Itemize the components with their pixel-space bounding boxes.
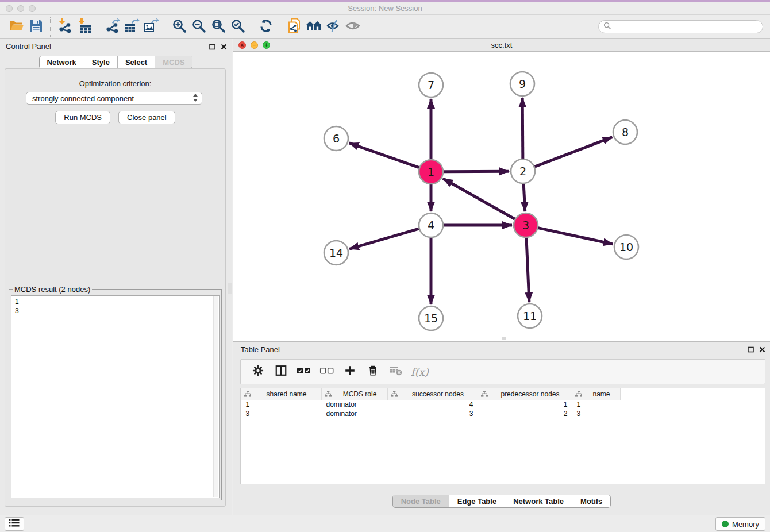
close-panel-icon[interactable] <box>221 42 227 52</box>
node-table[interactable]: shared nameMCDS rolesuccessor nodesprede… <box>240 388 765 484</box>
close-panel-button[interactable]: Close panel <box>118 111 175 124</box>
hide-panel-button[interactable] <box>324 17 343 37</box>
network-canvas[interactable]: 7968124314101511 <box>233 52 770 341</box>
save-session-button[interactable] <box>26 17 46 37</box>
graph-edge-2-9[interactable] <box>522 98 523 159</box>
graph-node-1[interactable]: 1 <box>419 160 443 184</box>
column-header-successor-nodes[interactable]: successor nodes <box>388 388 478 400</box>
delete-table-button[interactable] <box>386 361 406 382</box>
zoom-fit-button[interactable] <box>209 17 228 37</box>
close-panel-icon[interactable] <box>759 345 765 355</box>
result-scrollbar[interactable] <box>213 296 218 497</box>
table-cell[interactable]: 1 <box>478 400 572 409</box>
main-area: Control Panel Network Style Select MCDS … <box>0 39 770 515</box>
zoom-in-button[interactable] <box>170 17 189 37</box>
zoom-in-icon <box>172 18 187 36</box>
table-cell[interactable]: 3 <box>241 409 322 418</box>
svg-text:8: 8 <box>622 126 629 138</box>
mcds-panel-content: Optimization criterion: strongly connect… <box>5 68 226 507</box>
table-cell[interactable]: 1 <box>572 400 621 409</box>
table-settings-button[interactable] <box>248 361 268 382</box>
table-row[interactable]: 1dominator411 <box>241 400 621 409</box>
tab-style[interactable]: Style <box>84 56 118 68</box>
graph-node-15[interactable]: 15 <box>419 306 443 330</box>
export-network-button[interactable] <box>102 17 122 37</box>
import-network-button[interactable] <box>55 17 74 37</box>
graph-node-7[interactable]: 7 <box>419 73 443 97</box>
graph-node-2[interactable]: 2 <box>511 159 535 183</box>
home-icon <box>305 19 322 35</box>
tab-mcds[interactable]: MCDS <box>155 56 192 68</box>
tab-network[interactable]: Network <box>40 56 84 68</box>
svg-text:11: 11 <box>523 310 537 322</box>
toolbar-divider <box>50 17 51 37</box>
table-cell[interactable]: dominator <box>322 409 388 418</box>
graph-node-14[interactable]: 14 <box>324 241 348 265</box>
column-header-name[interactable]: name <box>572 388 621 400</box>
graph-edge-3-10[interactable] <box>538 228 613 244</box>
show-eye-button[interactable] <box>343 17 363 37</box>
delete-column-button[interactable] <box>363 361 383 382</box>
table-cell[interactable]: 1 <box>241 400 322 409</box>
home-button[interactable] <box>304 17 324 37</box>
graph-node-4[interactable]: 4 <box>419 213 443 237</box>
graph-edge-2-3[interactable] <box>523 184 525 211</box>
graph-edge-2-8[interactable] <box>535 137 613 167</box>
search-box[interactable] <box>598 20 763 33</box>
deselect-all-rows-button[interactable] <box>317 361 337 382</box>
graph-node-10[interactable]: 10 <box>614 235 638 259</box>
function-builder-button[interactable]: f(x) <box>411 366 429 378</box>
export-table-button[interactable] <box>122 17 141 37</box>
search-input[interactable] <box>614 23 758 31</box>
select-all-rows-button[interactable] <box>294 361 314 382</box>
graph-edge-1-2[interactable] <box>444 171 509 172</box>
task-history-button[interactable] <box>5 517 24 531</box>
optimization-criterion-select[interactable]: strongly connected component <box>26 92 202 105</box>
table-cell[interactable]: dominator <box>322 400 388 409</box>
graph-edge-1-6[interactable] <box>349 143 419 168</box>
import-table-button[interactable] <box>74 17 94 37</box>
zoom-selected-button[interactable] <box>228 17 248 37</box>
float-panel-icon[interactable] <box>748 345 754 355</box>
graph-edge-4-14[interactable] <box>349 229 419 249</box>
network-window-titlebar[interactable]: × − + scc.txt <box>233 39 770 52</box>
graph-node-11[interactable]: 11 <box>518 304 542 328</box>
tab-motifs[interactable]: Motifs <box>572 495 610 507</box>
graph-node-6[interactable]: 6 <box>324 126 348 151</box>
show-column-panel-button[interactable] <box>271 361 291 382</box>
export-image-button[interactable] <box>141 17 161 37</box>
tab-network-table[interactable]: Network Table <box>505 495 572 507</box>
column-header-predecessor-nodes[interactable]: predecessor nodes <box>478 388 572 400</box>
graph-node-9[interactable]: 9 <box>510 72 534 96</box>
export-image-icon <box>143 18 159 36</box>
run-mcds-button[interactable]: Run MCDS <box>55 111 110 124</box>
optimization-criterion-label: Optimization criterion: <box>5 79 225 88</box>
graph-node-3[interactable]: 3 <box>514 213 538 237</box>
clone-network-button[interactable] <box>284 17 304 37</box>
network-resize-grip[interactable] <box>502 337 506 340</box>
tab-node-table[interactable]: Node Table <box>393 495 449 507</box>
table-cell[interactable]: 4 <box>388 400 478 409</box>
open-file-button[interactable] <box>7 17 26 37</box>
column-header-shared-name[interactable]: shared name <box>241 388 322 400</box>
float-panel-icon[interactable] <box>209 42 215 52</box>
splitter-grip[interactable] <box>228 283 232 294</box>
graph-node-8[interactable]: 8 <box>613 120 637 144</box>
graph-edge-3-11[interactable] <box>526 238 529 302</box>
svg-text:3: 3 <box>522 219 529 232</box>
tab-edge-table[interactable]: Edge Table <box>449 495 505 507</box>
table-row[interactable]: 3dominator323 <box>241 409 621 418</box>
delete-table-icon <box>389 365 403 379</box>
graph-edge-3-1[interactable] <box>443 179 515 219</box>
mcds-result-text[interactable]: 1 3 <box>11 295 220 498</box>
toolbar-divider <box>165 17 165 37</box>
table-cell[interactable]: 3 <box>388 409 478 418</box>
add-column-button[interactable] <box>340 361 360 382</box>
table-cell[interactable]: 2 <box>478 409 572 418</box>
apply-layout-button[interactable] <box>256 17 276 37</box>
zoom-out-button[interactable] <box>189 17 209 37</box>
column-header-MCDS-role[interactable]: MCDS role <box>322 388 388 400</box>
memory-button[interactable]: Memory <box>715 517 765 531</box>
tab-select[interactable]: Select <box>118 56 155 68</box>
table-cell[interactable]: 3 <box>572 409 621 418</box>
